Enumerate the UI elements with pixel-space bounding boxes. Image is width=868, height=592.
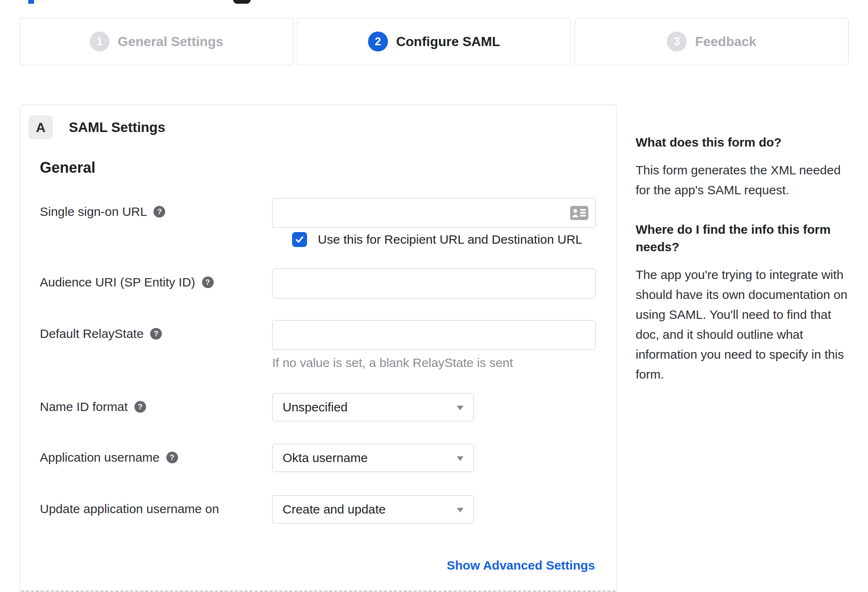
help-heading: What does this form do? (636, 134, 852, 151)
audience-uri-input[interactable] (272, 269, 596, 298)
field-label-cell: Default RelayState (40, 320, 272, 341)
relay-state-input[interactable] (272, 320, 596, 350)
help-icon[interactable] (150, 328, 162, 340)
relay-state-hint: If no value is set, a blank RelayState i… (272, 356, 596, 370)
step-number-badge: 3 (667, 32, 687, 51)
field-row-update-app-username: Update application username on Create an… (20, 495, 617, 524)
wizard-stepper: 1 General Settings 2 Configure SAML 3 Fe… (20, 18, 848, 65)
sso-url-input[interactable] (272, 198, 596, 228)
audience-uri-label: Audience URI (SP Entity ID) (40, 275, 195, 289)
app-username-label: Application username (40, 450, 160, 465)
cropped-logo-fragment (28, 0, 34, 4)
help-sidebar: What does this form do? This form genera… (636, 134, 852, 405)
field-label-cell: Application username (40, 444, 272, 465)
field-row-app-username: Application username Okta username (20, 444, 617, 472)
field-label-cell: Name ID format (40, 393, 272, 414)
dashed-section-divider (21, 590, 616, 592)
help-icon[interactable] (134, 401, 146, 413)
saml-settings-panel: A SAML Settings General Single sign-on U… (20, 105, 617, 592)
step-number-badge: 2 (368, 32, 388, 51)
chevron-down-icon (457, 508, 463, 512)
step-label: General Settings (118, 34, 223, 49)
contact-card-icon[interactable] (570, 206, 588, 220)
field-row-audience-uri: Audience URI (SP Entity ID) (20, 269, 617, 298)
field-label-cell: Single sign-on URL (40, 198, 272, 219)
name-id-format-label: Name ID format (40, 400, 128, 414)
help-icon[interactable] (202, 276, 214, 288)
step-feedback[interactable]: 3 Feedback (575, 18, 848, 65)
step-configure-saml[interactable]: 2 Configure SAML (297, 18, 571, 65)
app-username-value: Okta username (283, 451, 368, 465)
update-app-username-value: Create and update (283, 502, 386, 516)
section-title: SAML Settings (69, 115, 165, 139)
name-id-format-value: Unspecified (283, 400, 348, 414)
help-heading: Where do I find the info this form needs… (636, 221, 852, 256)
help-body: The app you're trying to integrate with … (636, 265, 852, 384)
help-icon[interactable] (166, 452, 178, 463)
field-row-sso-url: Single sign-on URL (20, 198, 617, 228)
cropped-icon-fragment (233, 0, 251, 4)
sso-url-label: Single sign-on URL (40, 205, 147, 219)
checkmark-icon (295, 235, 305, 245)
field-row-relay-state: Default RelayState If no value is set, a… (20, 320, 617, 370)
relay-state-label: Default RelayState (40, 327, 144, 341)
sso-url-input-wrap (272, 198, 596, 228)
chevron-down-icon (457, 406, 463, 410)
section-letter-badge: A (29, 115, 53, 139)
field-label-cell: Update application username on (40, 495, 272, 516)
audience-uri-input-wrap (272, 269, 596, 298)
relay-state-input-wrap: If no value is set, a blank RelayState i… (272, 320, 596, 370)
name-id-format-select[interactable]: Unspecified (272, 393, 474, 421)
help-block: Where do I find the info this form needs… (636, 221, 852, 384)
chevron-down-icon (457, 456, 463, 461)
help-block: What does this form do? This form genera… (636, 134, 852, 200)
step-number-badge: 1 (90, 32, 110, 51)
show-advanced-settings-link[interactable]: Show Advanced Settings (447, 558, 595, 572)
recipient-url-checkbox-label: Use this for Recipient URL and Destinati… (318, 232, 583, 247)
group-title-general: General (40, 159, 95, 176)
step-label: Configure SAML (396, 34, 500, 49)
recipient-url-checkbox-row: Use this for Recipient URL and Destinati… (292, 232, 583, 247)
help-icon[interactable] (154, 206, 165, 218)
recipient-url-checkbox[interactable] (292, 232, 307, 247)
step-general-settings[interactable]: 1 General Settings (20, 18, 293, 65)
step-label: Feedback (695, 34, 756, 49)
app-username-select[interactable]: Okta username (272, 444, 474, 472)
update-app-username-select[interactable]: Create and update (272, 495, 474, 524)
field-label-cell: Audience URI (SP Entity ID) (40, 269, 272, 289)
field-row-name-id-format: Name ID format Unspecified (20, 393, 617, 421)
help-body: This form generates the XML needed for t… (636, 160, 852, 200)
update-app-username-label: Update application username on (40, 502, 219, 516)
